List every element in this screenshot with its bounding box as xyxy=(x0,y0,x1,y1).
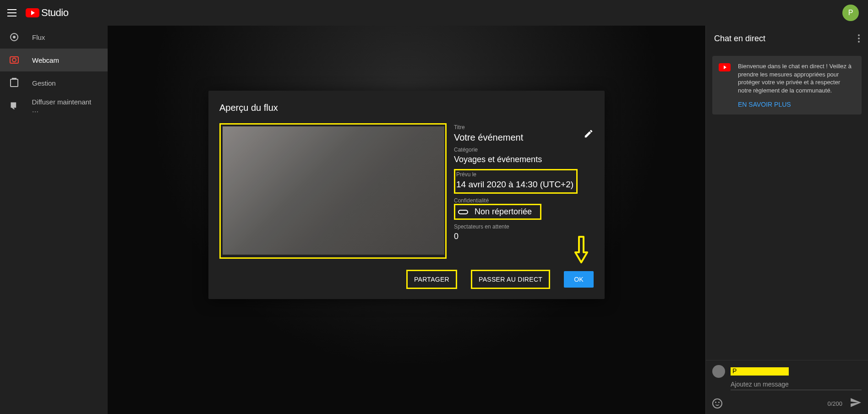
camera-icon xyxy=(10,56,19,64)
sidebar-item-label: Webcam xyxy=(32,56,59,64)
left-sidebar: Flux Webcam Gestion Diffuser maintenant … xyxy=(0,26,108,414)
edit-icon[interactable] xyxy=(584,129,594,139)
link-icon xyxy=(458,210,468,214)
webcam-preview xyxy=(223,126,444,255)
viewers-label: Spectateurs en attente xyxy=(454,223,594,230)
title-label: Titre xyxy=(454,124,594,131)
welcome-text: Bienvenue dans le chat en direct ! Veill… xyxy=(738,62,855,94)
chat-welcome-card: Bienvenue dans le chat en direct ! Veill… xyxy=(712,56,862,114)
sidebar-item-label: Gestion xyxy=(32,79,56,87)
stream-icon xyxy=(10,33,18,41)
chat-messages xyxy=(706,119,868,360)
chat-title: Chat en direct xyxy=(714,34,765,44)
panel-button-row: PARTAGER PASSER AU DIRECT OK xyxy=(406,270,594,289)
youtube-studio-logo[interactable]: Studio xyxy=(26,7,68,19)
scheduled-label: Prévu le xyxy=(456,171,573,178)
annotation-arrow-icon xyxy=(574,236,588,265)
sidebar-item-gestion[interactable]: Gestion xyxy=(0,71,108,94)
title-value: Votre événement xyxy=(454,132,594,143)
char-counter: 0/200 xyxy=(827,400,842,407)
viewers-value: 0 xyxy=(454,232,594,241)
privacy-label: Confidentialité xyxy=(454,197,594,204)
category-label: Catégorie xyxy=(454,147,594,153)
studio-label: Studio xyxy=(41,7,68,19)
send-icon[interactable] xyxy=(850,397,862,410)
center-stage: Aperçu du flux Titre Votre événement Cat… xyxy=(108,26,705,414)
go-live-button[interactable]: PASSER AU DIRECT xyxy=(471,270,550,289)
share-button[interactable]: PARTAGER xyxy=(406,270,457,289)
chat-message-input[interactable]: Ajoutez un message xyxy=(731,381,862,390)
ok-button[interactable]: OK xyxy=(564,271,594,288)
calendar-icon xyxy=(10,79,18,87)
privacy-highlight: Non répertoriée xyxy=(454,204,541,220)
scheduled-highlight: Prévu le 14 avril 2020 à 14:30 (UTC+2) xyxy=(454,169,578,194)
account-avatar[interactable]: P xyxy=(842,5,859,21)
sidebar-item-webcam[interactable]: Webcam xyxy=(0,49,108,71)
panel-title: Aperçu du flux xyxy=(219,103,594,113)
live-chat-panel: Chat en direct Bienvenue dans le chat en… xyxy=(705,26,868,414)
stream-preview-panel: Aperçu du flux Titre Votre événement Cat… xyxy=(208,91,605,299)
sidebar-item-label: Diffuser maintenant … xyxy=(32,98,98,114)
emoji-icon[interactable] xyxy=(712,398,722,409)
category-value: Voyages et événements xyxy=(454,155,594,164)
sidebar-item-label: Flux xyxy=(32,33,45,41)
user-name-redacted: P xyxy=(731,367,789,375)
privacy-value: Non répertoriée xyxy=(475,207,532,217)
broadcast-icon xyxy=(9,101,19,111)
webcam-preview-highlight xyxy=(219,123,447,259)
youtube-play-icon xyxy=(26,8,39,17)
app-header: Studio P xyxy=(0,0,868,26)
chat-header: Chat en direct xyxy=(706,26,868,51)
sidebar-item-flux[interactable]: Flux xyxy=(0,26,108,49)
stream-metadata: Titre Votre événement Catégorie Voyages … xyxy=(452,123,594,259)
scheduled-value: 14 avril 2020 à 14:30 (UTC+2) xyxy=(456,180,573,190)
learn-more-link[interactable]: EN SAVOIR PLUS xyxy=(738,101,855,108)
more-options-icon[interactable] xyxy=(858,34,860,43)
user-avatar xyxy=(712,365,725,378)
menu-icon[interactable] xyxy=(7,7,18,18)
sidebar-item-diffuser[interactable]: Diffuser maintenant … xyxy=(0,94,108,117)
chat-input-area: P Ajoutez un message 0/200 xyxy=(706,360,868,414)
youtube-icon xyxy=(719,63,731,71)
